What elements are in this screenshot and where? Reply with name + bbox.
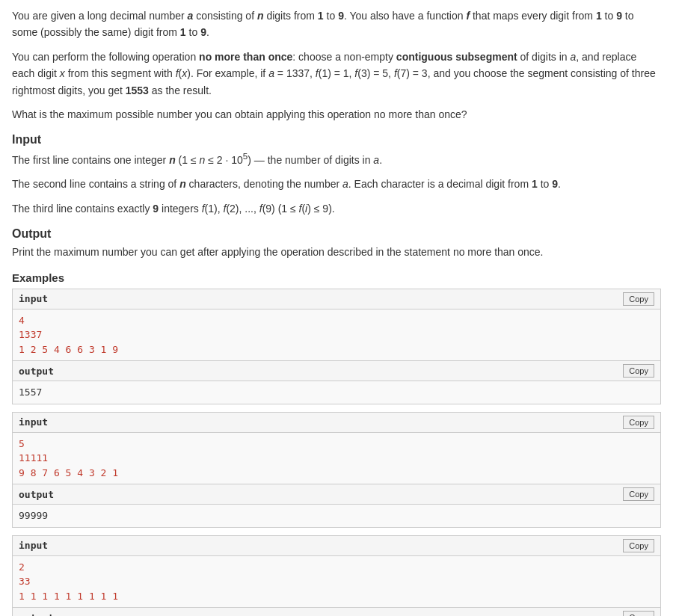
example-block-3: inputCopy2 33 1 1 1 1 1 1 1 1 1outputCop…: [12, 535, 661, 616]
examples-container: inputCopy4 1337 1 2 5 4 6 6 3 1 9outputC…: [12, 289, 661, 616]
intro-para3: What is the maximum possible number you …: [12, 106, 661, 123]
example-3-input-copy-btn[interactable]: Copy: [623, 539, 654, 552]
example-2-input-section: inputCopy5 11111 9 8 7 6 5 4 3 2 1: [13, 413, 660, 485]
example-3-input-section: inputCopy2 33 1 1 1 1 1 1 1 1 1: [13, 536, 660, 609]
example-2-input-content: 5 11111 9 8 7 6 5 4 3 2 1: [13, 433, 660, 484]
example-2-input-copy-btn[interactable]: Copy: [623, 416, 654, 429]
example-2-output-section: outputCopy99999: [13, 484, 660, 527]
output-desc: Print the maximum number you can get aft…: [12, 244, 661, 260]
example-2-input-label-row: inputCopy: [13, 413, 660, 433]
example-1-input-section: inputCopy4 1337 1 2 5 4 6 6 3 1 9: [13, 289, 660, 362]
example-2-output-label-row: outputCopy: [13, 484, 660, 505]
example-3-input-label: input: [19, 540, 48, 551]
input-desc3: The third line contains exactly 9 intege…: [12, 200, 661, 217]
example-1-output-section: outputCopy1557: [13, 361, 660, 404]
bold-n: n: [257, 10, 264, 22]
example-1-input-content: 4 1337 1 2 5 4 6 6 3 1 9: [13, 309, 660, 361]
bold-a: a: [188, 10, 194, 22]
example-3-output-section: outputCopy33: [13, 608, 660, 616]
input-desc2: The second line contains a string of n c…: [12, 176, 661, 192]
example-1-input-label-row: inputCopy: [13, 289, 660, 309]
example-3-input-content: 2 33 1 1 1 1 1 1 1 1 1: [13, 556, 660, 608]
example-3-output-label: output: [19, 612, 54, 616]
example-2-input-label: input: [19, 416, 48, 428]
example-1-output-content: 1557: [13, 381, 660, 404]
example-block-1: inputCopy4 1337 1 2 5 4 6 6 3 1 9outputC…: [12, 289, 661, 404]
example-1-input-copy-btn[interactable]: Copy: [623, 292, 654, 306]
example-1-output-label-row: outputCopy: [13, 361, 660, 381]
bold-contiguous: contiguous subsegment: [396, 51, 517, 63]
input-desc1: The first line contains one integer n (1…: [12, 150, 661, 168]
intro-para2: You can perform the following operation …: [12, 49, 661, 99]
example-1-input-label: input: [19, 293, 48, 304]
example-2-output-copy-btn[interactable]: Copy: [623, 487, 654, 501]
example-3-output-label-row: outputCopy: [13, 608, 660, 616]
example-3-output-copy-btn[interactable]: Copy: [623, 611, 654, 616]
bold-no-more: no more than once: [199, 51, 292, 63]
examples-title: Examples: [12, 271, 661, 284]
example-block-2: inputCopy5 11111 9 8 7 6 5 4 3 2 1output…: [12, 412, 661, 528]
input-section-title: Input: [12, 133, 661, 147]
example-2-output-content: 99999: [13, 505, 660, 527]
example-1-output-label: output: [19, 366, 54, 377]
example-3-input-label-row: inputCopy: [13, 536, 660, 556]
intro-para1: You are given a long decimal number a co…: [12, 7, 661, 41]
output-section-title: Output: [12, 227, 661, 241]
example-1-output-copy-btn[interactable]: Copy: [623, 364, 654, 378]
example-2-output-label: output: [19, 489, 54, 500]
